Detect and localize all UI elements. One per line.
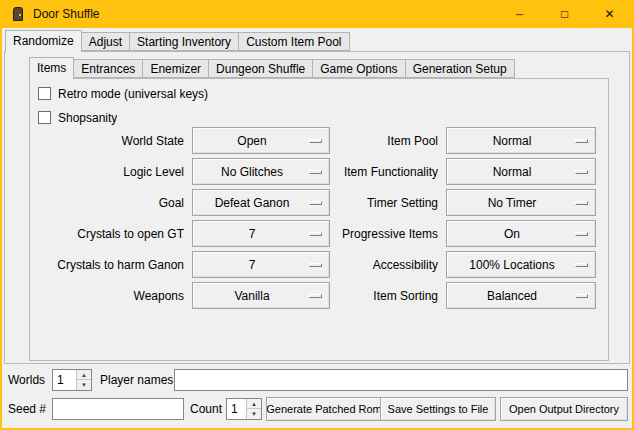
dropdown-logic-level[interactable]: No Glitches (192, 158, 330, 185)
dropdown-indicator-icon (575, 170, 588, 174)
dropdown-value: Defeat Ganon (215, 196, 290, 210)
dropdown-item-functionality[interactable]: Normal (446, 158, 596, 185)
dropdown-value: No Glitches (221, 165, 283, 179)
tab-starting-inventory[interactable]: Starting Inventory (129, 32, 239, 51)
maximize-button[interactable]: □ (542, 0, 587, 28)
dropdown-indicator-icon (309, 170, 322, 174)
inner-tab-bar: Items Entrances Enemizer Dungeon Shuffle… (29, 57, 514, 78)
count-value[interactable]: 1 (227, 399, 246, 419)
dropdown-crystals-harm-ganon[interactable]: 7 (192, 251, 330, 278)
worlds-value[interactable]: 1 (53, 370, 76, 390)
dropdown-indicator-icon (575, 201, 588, 205)
count-spinner-buttons: ▲ ▼ (246, 399, 261, 419)
tab-items[interactable]: Items (29, 57, 74, 79)
shopsanity-label: Shopsanity (58, 111, 117, 125)
dropdown-item-pool[interactable]: Normal (446, 127, 596, 154)
save-settings-button[interactable]: Save Settings to File (380, 397, 496, 421)
worlds-spinner-up-icon[interactable]: ▲ (77, 370, 91, 380)
dropdown-indicator-icon (575, 139, 588, 143)
outer-tab-bar: Randomize Adjust Starting Inventory Cust… (5, 30, 349, 51)
label-accessibility: Accessibility (338, 258, 438, 272)
dropdown-value: Open (237, 134, 266, 148)
dropdown-value: 100% Locations (469, 258, 554, 272)
label-item-functionality: Item Functionality (338, 165, 438, 179)
label-weapons: Weapons (34, 289, 184, 303)
dropdown-indicator-icon (575, 263, 588, 267)
option-row: Logic Level No Glitches Item Functionali… (30, 158, 608, 185)
option-row: Weapons Vanilla Item Sorting Balanced (30, 282, 608, 309)
dropdown-value: Vanilla (234, 289, 269, 303)
dropdown-crystals-open-gt[interactable]: 7 (192, 220, 330, 247)
open-output-directory-button[interactable]: Open Output Directory (500, 397, 628, 421)
label-item-sorting: Item Sorting (338, 289, 438, 303)
dropdown-indicator-icon (309, 232, 322, 236)
count-spinner-up-icon[interactable]: ▲ (247, 399, 261, 409)
dropdown-indicator-icon (575, 294, 588, 298)
worlds-spinner-buttons: ▲ ▼ (76, 370, 91, 390)
dropdown-progressive-items[interactable]: On (446, 220, 596, 247)
window-body: Randomize Adjust Starting Inventory Cust… (2, 28, 632, 428)
label-crystals-open-gt: Crystals to open GT (34, 227, 184, 241)
window-controls: ─ □ ✕ (497, 0, 632, 28)
count-label: Count (190, 397, 222, 421)
retro-mode-checkrow[interactable]: Retro mode (universal keys) (38, 85, 208, 102)
label-crystals-harm-ganon: Crystals to harm Ganon (34, 258, 184, 272)
shopsanity-checkrow[interactable]: Shopsanity (38, 109, 117, 126)
dropdown-value: Balanced (487, 289, 537, 303)
seed-row: Seed # Count 1 ▲ ▼ Generate Patched Rom … (6, 397, 628, 421)
tab-dungeon-shuffle[interactable]: Dungeon Shuffle (208, 59, 313, 78)
dropdown-item-sorting[interactable]: Balanced (446, 282, 596, 309)
app-window: Door Shuffle ─ □ ✕ Randomize Adjust Star… (0, 0, 634, 430)
minimize-button[interactable]: ─ (497, 0, 542, 28)
dropdown-value: Normal (493, 134, 532, 148)
tab-adjust[interactable]: Adjust (81, 32, 130, 51)
tab-game-options[interactable]: Game Options (312, 59, 405, 78)
dropdown-indicator-icon (309, 263, 322, 267)
label-timer-setting: Timer Setting (338, 196, 438, 210)
dropdown-value: Normal (493, 165, 532, 179)
tab-custom-item-pool[interactable]: Custom Item Pool (238, 32, 349, 51)
dropdown-value: On (504, 227, 520, 241)
seed-input[interactable] (52, 398, 184, 420)
seed-label: Seed # (8, 397, 46, 421)
dropdown-world-state[interactable]: Open (192, 127, 330, 154)
dropdown-value: 7 (249, 258, 256, 272)
close-button[interactable]: ✕ (587, 0, 632, 28)
option-row: Crystals to open GT 7 Progressive Items … (30, 220, 608, 247)
tab-generation-setup[interactable]: Generation Setup (405, 59, 515, 78)
player-names-input[interactable] (174, 369, 628, 391)
door-icon (13, 7, 23, 21)
tab-randomize[interactable]: Randomize (5, 30, 82, 52)
label-item-pool: Item Pool (338, 134, 438, 148)
dropdown-indicator-icon (309, 294, 322, 298)
dropdown-indicator-icon (575, 232, 588, 236)
items-pane: Retro mode (universal keys) Shopsanity W… (29, 78, 609, 361)
count-spinner-down-icon[interactable]: ▼ (247, 409, 261, 419)
titlebar: Door Shuffle ─ □ ✕ (2, 0, 632, 28)
dropdown-indicator-icon (309, 201, 322, 205)
count-spinbox[interactable]: 1 ▲ ▼ (226, 398, 262, 420)
dropdown-accessibility[interactable]: 100% Locations (446, 251, 596, 278)
shopsanity-checkbox[interactable] (38, 111, 51, 124)
app-icon (10, 6, 26, 22)
label-world-state: World State (34, 134, 184, 148)
dropdown-timer-setting[interactable]: No Timer (446, 189, 596, 216)
option-row: Crystals to harm Ganon 7 Accessibility 1… (30, 251, 608, 278)
tab-entrances[interactable]: Entrances (73, 59, 143, 78)
worlds-spinner-down-icon[interactable]: ▼ (77, 380, 91, 390)
label-progressive-items: Progressive Items (338, 227, 438, 241)
worlds-label: Worlds (8, 369, 45, 391)
worlds-spinbox[interactable]: 1 ▲ ▼ (52, 369, 92, 391)
option-row: Goal Defeat Ganon Timer Setting No Timer (30, 189, 608, 216)
window-title: Door Shuffle (33, 7, 497, 21)
label-logic-level: Logic Level (34, 165, 184, 179)
worlds-row: Worlds 1 ▲ ▼ Player names (6, 369, 628, 391)
generate-patched-rom-button[interactable]: Generate Patched Rom (266, 397, 382, 421)
tab-enemizer[interactable]: Enemizer (142, 59, 209, 78)
retro-mode-checkbox[interactable] (38, 87, 51, 100)
randomize-pane: Items Entrances Enemizer Dungeon Shuffle… (4, 51, 630, 364)
player-names-label: Player names (100, 369, 173, 391)
dropdown-weapons[interactable]: Vanilla (192, 282, 330, 309)
dropdown-goal[interactable]: Defeat Ganon (192, 189, 330, 216)
dropdown-value: No Timer (488, 196, 537, 210)
